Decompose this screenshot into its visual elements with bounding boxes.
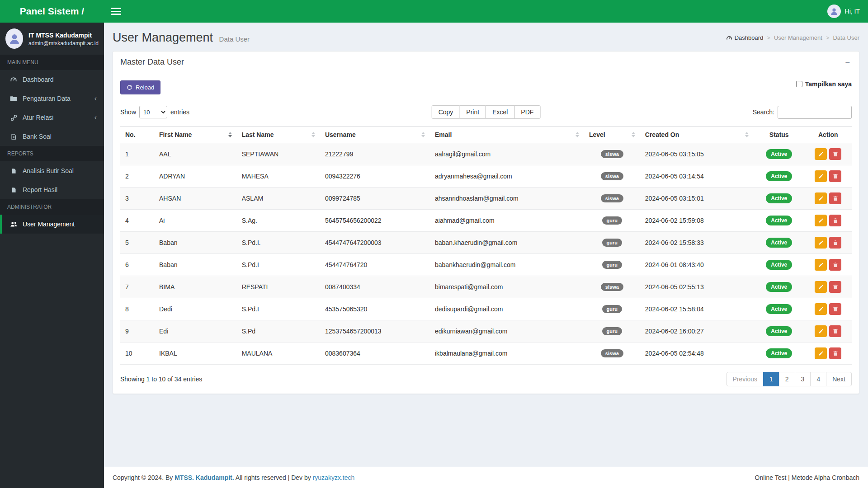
sort-icon: [632, 132, 635, 137]
sidebar-item-user-management[interactable]: User Management: [0, 215, 104, 234]
edit-button[interactable]: [815, 170, 827, 182]
cell-email: aalragil@gmail.com: [430, 143, 584, 165]
delete-button[interactable]: [829, 170, 841, 182]
delete-button[interactable]: [829, 347, 841, 359]
navbar-right-area: Hi, IT: [104, 0, 868, 23]
edit-button[interactable]: [815, 237, 827, 249]
delete-button[interactable]: [829, 148, 841, 160]
pagination-next[interactable]: Next: [826, 372, 852, 386]
cell-created-on: 2024-06-02 15:58:04: [640, 298, 754, 320]
sidebar-item-report-hasil[interactable]: Report Hasil: [0, 180, 104, 199]
excel-button[interactable]: Excel: [486, 105, 514, 119]
trash-icon: [833, 351, 838, 356]
cell-last-name: S.Pd.I.: [237, 232, 320, 254]
level-badge: siswa: [601, 172, 623, 180]
sidebar-item-pengaturan-data[interactable]: Pengaturan Data ‹: [0, 89, 104, 108]
delete-button[interactable]: [829, 325, 841, 337]
edit-button[interactable]: [815, 148, 827, 160]
reload-button[interactable]: Reload: [120, 80, 160, 94]
copy-button[interactable]: Copy: [432, 105, 460, 119]
cell-action: [805, 232, 852, 254]
sidebar-toggle-icon[interactable]: [111, 8, 121, 15]
sidebar-item-label: Atur Relasi: [23, 114, 53, 121]
sidebar-item-bank-soal[interactable]: Bank Soal: [0, 127, 104, 146]
pencil-icon: [818, 218, 824, 223]
level-badge: guru: [602, 327, 622, 335]
tampilkan-saya-checkbox[interactable]: Tampilkan saya: [796, 80, 852, 88]
brand-logo[interactable]: Panel Sistem /: [0, 0, 104, 23]
edit-button[interactable]: [815, 215, 827, 226]
tampilkan-saya-input[interactable]: [796, 81, 802, 87]
trash-icon: [833, 262, 838, 267]
trash-icon: [833, 174, 838, 179]
footer-dev-link[interactable]: ryuzakyzx.tech: [313, 474, 355, 481]
pencil-icon: [818, 284, 824, 290]
card-header: Master Data User −: [113, 52, 859, 73]
pdf-button[interactable]: PDF: [514, 105, 540, 119]
edit-button[interactable]: [815, 325, 827, 337]
edit-button[interactable]: [815, 347, 827, 359]
cell-first-name: Baban: [154, 232, 237, 254]
cell-action: [805, 210, 852, 232]
column-created-on[interactable]: Created On: [640, 127, 754, 143]
footer-brand-link[interactable]: MTSS. Kadudampit.: [175, 474, 234, 481]
sidebar-user-email: admin@mtskadudampit.ac.id: [28, 40, 99, 47]
delete-button[interactable]: [829, 281, 841, 293]
pagination-page-4[interactable]: 4: [810, 372, 826, 386]
cell-username: 21222799: [320, 143, 430, 165]
column-last-name[interactable]: Last Name: [237, 127, 320, 143]
sidebar-user-panel: IT MTSS Kadudampit admin@mtskadudampit.a…: [0, 23, 104, 55]
column-level[interactable]: Level: [584, 127, 640, 143]
collapse-icon[interactable]: −: [843, 58, 852, 66]
breadcrumb-user-management[interactable]: User Management: [774, 34, 822, 41]
pagination-page-1[interactable]: 1: [763, 372, 779, 386]
sort-icon: [745, 132, 749, 137]
delete-button[interactable]: [829, 259, 841, 271]
cell-first-name: BIMA: [154, 276, 237, 298]
tachometer-icon: [9, 76, 18, 83]
delete-button[interactable]: [829, 192, 841, 204]
column-email[interactable]: Email: [430, 127, 584, 143]
status-badge: Active: [766, 260, 792, 270]
cell-no: 4: [120, 210, 154, 232]
sidebar-item-dashboard[interactable]: Dashboard: [0, 70, 104, 89]
table-info: Showing 1 to 10 of 34 entries: [120, 375, 202, 383]
column-first-name[interactable]: First Name: [154, 127, 237, 143]
page-length-select[interactable]: 10: [139, 106, 167, 118]
breadcrumb-separator: >: [767, 34, 770, 41]
delete-button[interactable]: [829, 303, 841, 315]
cell-last-name: MAHESA: [237, 165, 320, 188]
status-badge: Active: [766, 216, 792, 225]
cell-status: Active: [754, 232, 805, 254]
pagination-page-3[interactable]: 3: [795, 372, 811, 386]
edit-button[interactable]: [815, 281, 827, 293]
cell-level: guru: [584, 210, 640, 232]
column-no: No.: [120, 127, 154, 143]
cell-email: edikurniawan@gmail.com: [430, 320, 584, 343]
search-input[interactable]: [778, 106, 852, 119]
print-button[interactable]: Print: [459, 105, 486, 119]
sidebar-item-atur-relasi[interactable]: Atur Relasi ‹: [0, 108, 104, 127]
delete-button[interactable]: [829, 237, 841, 249]
cell-created-on: 2024-06-05 03:14:54: [640, 165, 754, 188]
breadcrumb-data-user: Data User: [833, 34, 859, 41]
breadcrumb-dashboard[interactable]: Dashboard: [726, 34, 764, 41]
pagination-page-2[interactable]: 2: [779, 372, 795, 386]
edit-button[interactable]: [815, 192, 827, 204]
cell-level: guru: [584, 320, 640, 343]
navbar-user-menu[interactable]: Hi, IT: [827, 5, 860, 18]
column-username[interactable]: Username: [320, 127, 430, 143]
edit-button[interactable]: [815, 259, 827, 271]
delete-button[interactable]: [829, 215, 841, 226]
cell-action: [805, 143, 852, 165]
cell-last-name: SEPTIAWAN: [237, 143, 320, 165]
cell-first-name: Ai: [154, 210, 237, 232]
pagination-previous[interactable]: Previous: [726, 372, 764, 386]
cell-no: 3: [120, 188, 154, 210]
sidebar-item-analisis-butir-soal[interactable]: Analisis Butir Soal: [0, 161, 104, 180]
edit-button[interactable]: [815, 303, 827, 315]
sidebar-item-label: User Management: [23, 221, 75, 228]
cell-username: 4544747647200003: [320, 232, 430, 254]
cell-status: Active: [754, 143, 805, 165]
sidebar-user-name: IT MTSS Kadudampit: [28, 31, 99, 40]
